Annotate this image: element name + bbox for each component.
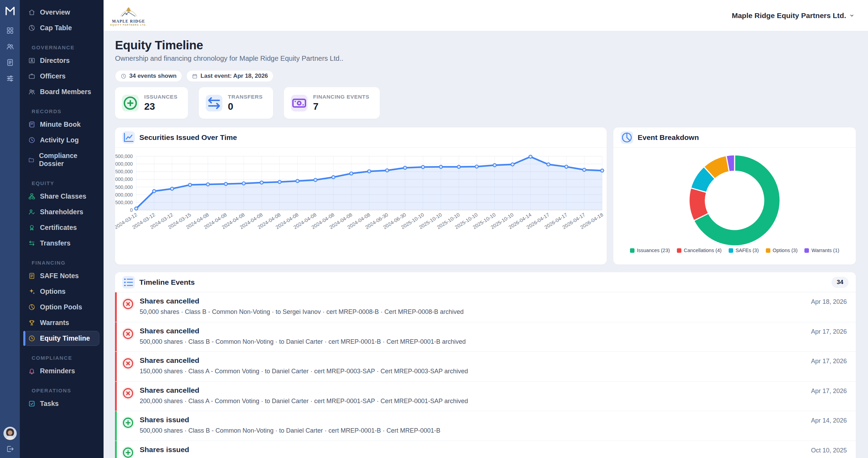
sidebar-item-label: Board Members xyxy=(40,88,91,96)
stat-card-issuances: ISSUANCES 23 xyxy=(115,87,188,119)
sidebar-item-warrants[interactable]: Warrants xyxy=(24,315,99,330)
sidebar-item-label: Warrants xyxy=(40,319,69,327)
line-chart-card-header: Securities Issued Over Time xyxy=(115,127,607,148)
rail-users-button[interactable] xyxy=(6,42,14,51)
charts-row: Securities Issued Over Time 0500,0001,00… xyxy=(115,127,856,265)
rail-document-button[interactable] xyxy=(6,58,14,67)
sidebar-item-share-classes[interactable]: Share Classes xyxy=(24,189,99,204)
badge-label: 34 events shown xyxy=(129,73,177,80)
chevron-down-icon xyxy=(849,13,855,18)
calendar-icon xyxy=(192,73,198,79)
avatar-photo-icon xyxy=(3,427,17,440)
company-selector[interactable]: Maple Ridge Equity Partners Ltd. xyxy=(732,11,855,20)
chart-line-icon xyxy=(122,131,135,144)
svg-text:3,500,000: 3,500,000 xyxy=(115,153,133,159)
sidebar-item-activity-log[interactable]: Activity Log xyxy=(24,133,99,148)
sidebar-item-option-pools[interactable]: Option Pools xyxy=(24,300,99,315)
sidebar-item-certificates[interactable]: Certificates xyxy=(24,220,99,235)
plus-circle-icon xyxy=(122,446,134,458)
stat-value: 7 xyxy=(313,101,369,112)
legend-item-warrants-1: Warrants (1) xyxy=(804,248,839,253)
stat-value: 0 xyxy=(228,101,263,112)
event-detail: 50,000 shares · Class B - Common Non-Vot… xyxy=(140,308,806,316)
timeline-count-badge: 34 xyxy=(832,277,849,288)
event-x-circle-icon xyxy=(122,327,134,340)
pie-icon xyxy=(28,24,35,32)
user-avatar[interactable] xyxy=(3,427,17,440)
svg-text:0: 0 xyxy=(130,207,133,213)
grid-icon xyxy=(6,26,14,35)
sidebar-item-compliance-dossier[interactable]: Compliance Dossier xyxy=(24,148,99,171)
sidebar-item-shareholders[interactable]: Shareholders xyxy=(24,205,99,219)
nav-group-compliance: COMPLIANCE xyxy=(32,355,92,361)
home-icon xyxy=(28,9,35,16)
timeline-event-row: Shares cancelled 50,000 shares · Class B… xyxy=(115,292,856,322)
sidebar-item-board-members[interactable]: Board Members xyxy=(24,84,99,99)
swap-icon xyxy=(28,240,35,247)
event-title: Shares cancelled xyxy=(140,386,806,394)
event-x-circle-icon xyxy=(122,357,134,370)
x-circle-icon xyxy=(122,357,134,370)
logout-button[interactable] xyxy=(6,445,14,453)
stat-label: TRANSFERS xyxy=(228,94,263,100)
sidebar-item-options[interactable]: Options xyxy=(24,284,99,299)
sidebar-item-reminders[interactable]: Reminders xyxy=(24,364,99,378)
sidebar-item-label: Overview xyxy=(40,8,70,16)
legend-label: SAFEs (3) xyxy=(736,248,759,253)
event-accent-bar xyxy=(115,322,117,352)
event-x-circle-icon xyxy=(122,298,134,310)
chevron-down-icon xyxy=(849,13,855,18)
event-accent-bar xyxy=(115,441,117,458)
x-circle-icon xyxy=(122,298,134,310)
icon-rail xyxy=(0,0,20,458)
list-icon xyxy=(122,276,135,289)
event-accent-bar xyxy=(115,411,117,441)
sidebar-item-minute-book[interactable]: Minute Book xyxy=(24,117,99,132)
logo-line1: MAPLE RIDGE xyxy=(112,19,145,23)
medal-icon xyxy=(28,224,35,231)
sidebar-item-safe-notes[interactable]: SAFE Notes xyxy=(24,268,99,283)
sidebar-item-overview[interactable]: Overview xyxy=(24,5,99,20)
legend-label: Warrants (1) xyxy=(811,248,839,253)
sidebar-item-label: Certificates xyxy=(40,224,77,232)
sidebar-item-tasks[interactable]: Tasks xyxy=(24,396,99,411)
sidebar-item-label: Activity Log xyxy=(40,136,79,144)
page-title: Equity Timeline xyxy=(115,38,856,52)
sidebar-item-label: Option Pools xyxy=(40,303,82,311)
sidebar-item-cap-table[interactable]: Cap Table xyxy=(24,20,99,35)
main-area: MAPLE RIDGE EQUITY PARTNERS LTD. Maple R… xyxy=(104,0,868,458)
stat-card-transfers: TRANSFERS 0 xyxy=(199,87,273,119)
sidebar-item-equity-timeline[interactable]: Equity Timeline xyxy=(24,331,99,346)
line-chart-title: Securities Issued Over Time xyxy=(139,133,237,142)
x-circle-icon xyxy=(122,387,134,400)
rail-icon-buttons xyxy=(6,26,14,90)
sidebar-item-directors[interactable]: Directors xyxy=(24,53,99,68)
event-plus-circle-icon xyxy=(122,416,134,429)
timeline-event-row: Shares cancelled 200,000 shares · Class … xyxy=(115,382,856,411)
rail-sliders-button[interactable] xyxy=(6,74,14,83)
sidebar-item-label: Shareholders xyxy=(40,208,83,216)
x-circle-icon xyxy=(122,327,134,340)
clock-icon xyxy=(28,335,35,342)
sliders-icon xyxy=(6,74,14,83)
legend-item-cancellations-4: Cancellations (4) xyxy=(677,248,722,253)
badge-label: Last event: Apr 18, 2026 xyxy=(200,73,268,80)
legend-label: Cancellations (4) xyxy=(684,248,722,253)
sidebar-item-label: Compliance Dossier xyxy=(39,152,95,168)
stat-value: 23 xyxy=(144,101,178,112)
sidebar-item-officers[interactable]: Officers xyxy=(24,69,99,84)
sidebar-item-transfers[interactable]: Transfers xyxy=(24,236,99,251)
pie-icon xyxy=(621,131,633,144)
stat-cards: ISSUANCES 23 TRANSFERS 0 FINANCING EVENT… xyxy=(115,87,856,119)
svg-text:500,000: 500,000 xyxy=(115,200,133,205)
rail-grid-button[interactable] xyxy=(6,26,14,35)
event-detail: 150,000 shares · Class A - Common Voting… xyxy=(140,368,806,375)
badge-34-events-shown: 34 events shown xyxy=(115,70,182,82)
event-accent-bar xyxy=(115,292,117,322)
legend-item-options-3: Options (3) xyxy=(766,248,798,253)
legend-swatch-icon xyxy=(677,248,681,253)
donut-chart-card: Event Breakdown Issuances (23) Cancellat… xyxy=(613,127,856,265)
page-content: Equity Timeline Ownership and financing … xyxy=(104,31,868,458)
svg-text:2,500,000: 2,500,000 xyxy=(115,169,133,174)
event-date: Apr 17, 2026 xyxy=(811,358,847,381)
